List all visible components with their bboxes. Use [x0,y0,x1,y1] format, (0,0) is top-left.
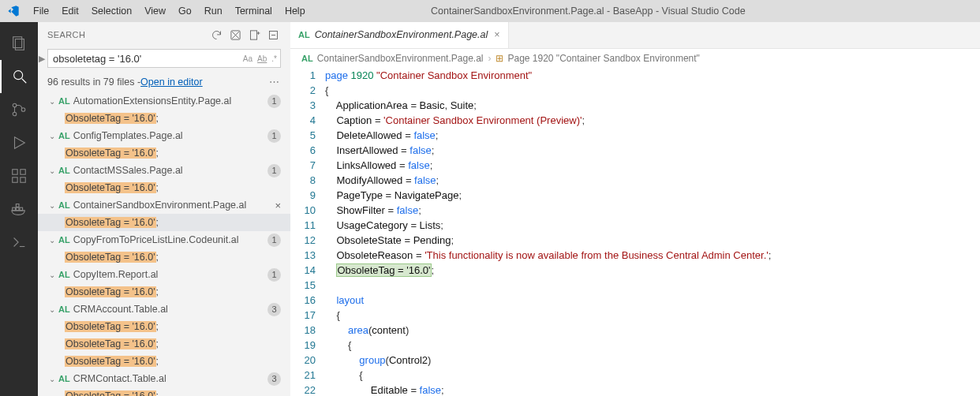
menu-edit[interactable]: Edit [55,6,85,17]
menu-selection[interactable]: Selection [85,6,138,17]
svg-rect-13 [16,207,19,211]
search-match-row[interactable]: ObsoleteTag = '16.0'; [38,214,290,231]
search-file-row[interactable]: ⌄ALCRMContact.Table.al3 [38,370,290,387]
al-file-icon: AL [58,235,70,245]
match-word-icon[interactable]: Ab [257,54,267,63]
al-file-icon: AL [58,304,70,314]
search-input[interactable]: ▶ obsoletetag = '16.0' Aa Ab .* [47,49,281,68]
chevron-down-icon: ⌄ [47,236,57,245]
activity-bar [0,22,38,396]
search-match-row[interactable]: ObsoleteTag = '16.0'; [38,179,290,196]
source-control-icon[interactable] [0,93,38,126]
search-match-row[interactable]: ObsoleteTag = '16.0'; [38,387,290,396]
code-editor[interactable]: 12345678910111213141516171819202122 page… [290,68,980,396]
menu-run[interactable]: Run [198,6,229,17]
search-file-row[interactable]: ⌄ALCopyFromToPriceListLine.Codeunit.al1 [38,231,290,248]
search-results: ⌄ALAutomationExtensionsEntity.Page.al1Ob… [38,92,290,396]
tab-current-file[interactable]: AL ContainerSandboxEnvironment.Page.al × [290,22,509,48]
search-match-row[interactable]: ObsoleteTag = '16.0'; [38,335,290,353]
search-input-value: obsoletetag = '16.0' [53,53,141,65]
symbol-icon: ⊞ [496,53,503,64]
al-file-icon: AL [58,270,70,279]
count-badge: 1 [267,233,281,247]
chevron-down-icon: ⌄ [47,375,57,383]
svg-point-5 [13,112,17,116]
search-icon[interactable] [0,60,38,93]
al-file-icon: AL [58,374,70,383]
line-numbers: 12345678910111213141516171819202122 [290,68,325,396]
menu-go[interactable]: Go [172,6,198,17]
menu-view[interactable]: View [138,6,172,17]
search-match-row[interactable]: ObsoleteTag = '16.0'; [38,110,290,127]
refresh-icon[interactable] [208,27,224,43]
count-badge: 3 [267,372,281,386]
svg-point-6 [21,108,25,112]
clear-icon[interactable] [227,27,243,43]
search-match-row[interactable]: ObsoleteTag = '16.0'; [38,144,290,162]
explorer-icon[interactable] [0,27,38,60]
al-file-icon: AL [58,131,70,140]
count-badge: 1 [267,95,281,108]
chevron-down-icon: ⌄ [47,305,57,314]
open-in-editor-link[interactable]: Open in editor [140,77,203,88]
search-file-row[interactable]: ⌄ALAutomationExtensionsEntity.Page.al1 [38,92,290,110]
close-icon[interactable]: × [494,29,499,40]
new-search-editor-icon[interactable] [246,27,262,43]
editor-area: AL ContainerSandboxEnvironment.Page.al ×… [290,22,980,396]
svg-marker-7 [15,137,25,149]
svg-rect-11 [21,170,25,174]
al-file-icon: AL [58,96,70,106]
search-file-row[interactable]: ⌄ALCRMAccount.Table.al3 [38,301,290,318]
dismiss-icon[interactable]: × [275,200,281,211]
search-file-row[interactable]: ⌄ALContainerSandboxEnvironment.Page.al× [38,196,290,214]
search-file-row[interactable]: ⌄ALContactMSSales.Page.al1 [38,162,290,179]
tab-bar: AL ContainerSandboxEnvironment.Page.al × [290,22,980,49]
window-title: ContainerSandboxEnvironment.Page.al - Ba… [312,6,975,17]
count-badge: 1 [267,164,281,177]
regex-icon[interactable]: .* [271,54,277,63]
extensions-icon[interactable] [0,159,38,192]
search-sidebar: SEARCH ▶ obsoletetag = '16.0' Aa Ab .* 9… [38,22,290,396]
terminal-icon[interactable] [0,226,38,259]
chevron-down-icon: ⌄ [47,201,57,210]
search-match-row[interactable]: ObsoleteTag = '16.0'; [38,353,290,370]
breadcrumb[interactable]: AL ContainerSandboxEnvironment.Page.al ›… [290,49,980,68]
al-file-icon: AL [58,200,70,210]
search-file-row[interactable]: ⌄ALCopyItem.Report.al1 [38,266,290,283]
menu-help[interactable]: Help [279,6,312,17]
search-match-row[interactable]: ObsoleteTag = '16.0'; [38,283,290,301]
match-case-icon[interactable]: Aa [243,54,252,63]
menu-bar: FileEditSelectionViewGoRunTerminalHelp C… [0,0,980,22]
chevron-right-icon[interactable]: ▶ [39,54,45,64]
collapse-icon[interactable] [265,27,281,43]
svg-rect-1 [15,39,24,50]
search-file-row[interactable]: ⌄ALConfigTemplates.Page.al1 [38,127,290,144]
chevron-down-icon: ⌄ [47,271,57,279]
chevron-down-icon: ⌄ [47,97,57,106]
svg-point-2 [14,71,23,80]
al-file-icon: AL [58,166,70,175]
count-badge: 1 [267,268,281,282]
menu-file[interactable]: File [27,6,55,17]
svg-rect-14 [20,207,23,211]
docker-icon[interactable] [0,192,38,226]
svg-rect-8 [13,170,17,174]
svg-line-3 [22,79,27,84]
svg-point-4 [13,103,17,107]
al-file-icon: AL [298,30,310,39]
chevron-down-icon: ⌄ [47,166,57,175]
more-icon[interactable]: ⋯ [269,76,281,88]
code-content: page 1920 "Container Sandbox Environment… [325,68,980,396]
svg-rect-12 [13,207,16,211]
chevron-down-icon: ⌄ [47,132,57,140]
search-match-row[interactable]: ObsoleteTag = '16.0'; [38,318,290,335]
run-debug-icon[interactable] [0,126,38,159]
svg-rect-10 [21,177,25,182]
svg-rect-9 [13,177,17,182]
al-file-icon: AL [301,54,313,63]
search-summary: 96 results in 79 files - Open in editor … [38,73,290,92]
menu-terminal[interactable]: Terminal [229,6,279,17]
count-badge: 3 [267,303,281,316]
sidebar-title: SEARCH [47,30,85,39]
search-match-row[interactable]: ObsoleteTag = '16.0'; [38,248,290,266]
